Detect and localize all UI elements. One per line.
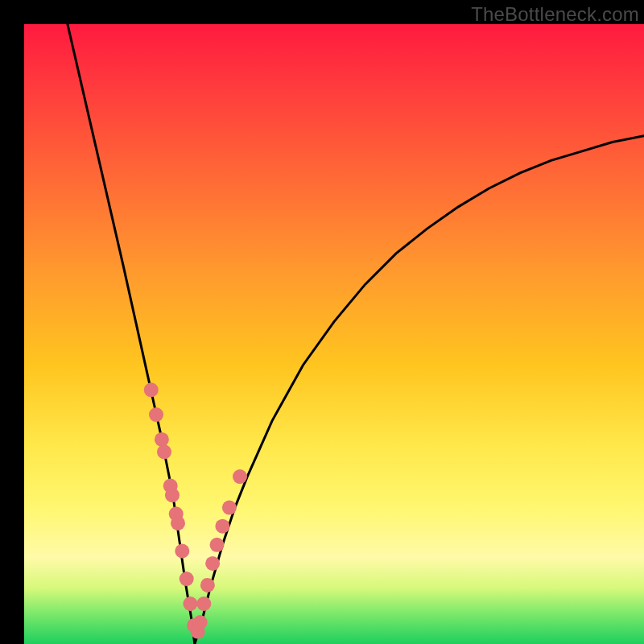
curve-line — [68, 24, 644, 644]
sample-dot — [193, 615, 208, 630]
sample-dots — [144, 382, 247, 638]
sample-dot — [205, 556, 220, 571]
sample-dot — [155, 432, 169, 447]
sample-dot — [180, 572, 194, 586]
bottleneck-curve-path — [68, 24, 644, 644]
sample-dot — [157, 444, 171, 459]
sample-dot — [183, 597, 197, 611]
sample-dot — [165, 488, 180, 502]
sample-dot — [233, 469, 247, 484]
watermark-text: TheBottleneck.com — [471, 3, 639, 26]
sample-dot — [196, 597, 211, 611]
sample-dot — [210, 538, 225, 552]
sample-dot — [144, 382, 159, 397]
sample-dot — [175, 544, 189, 559]
sample-dot — [215, 519, 229, 534]
sample-dot — [171, 516, 185, 530]
sample-dot — [149, 407, 163, 422]
chart-svg — [24, 24, 644, 644]
sample-dot — [200, 578, 215, 592]
chart-frame: TheBottleneck.com — [0, 0, 644, 644]
sample-dot — [222, 501, 237, 515]
